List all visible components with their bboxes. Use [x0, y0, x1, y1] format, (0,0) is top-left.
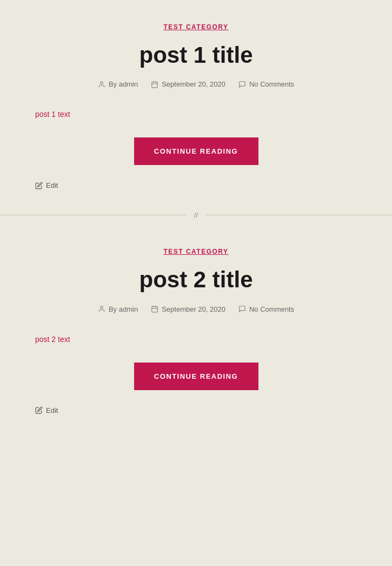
comment-icon	[238, 81, 246, 88]
comment-icon-2	[238, 305, 246, 313]
post-1-date-text: September 20, 2020	[162, 80, 225, 88]
post-1-meta: By admin September 20, 2020 No Comments	[35, 80, 357, 88]
page-container: TEST CATEGORY post 1 title By admin Sept…	[0, 0, 392, 431]
post-1-author-text: By admin	[109, 80, 138, 88]
post-1-date: September 20, 2020	[151, 80, 225, 88]
svg-rect-6	[152, 306, 158, 312]
post-1-continue-button[interactable]: CONTINUE READING	[134, 137, 258, 165]
post-1-category[interactable]: TEST CATEGORY	[35, 22, 357, 31]
post-2-comments: No Comments	[238, 305, 294, 313]
edit-icon-2	[35, 406, 43, 414]
post-2-comments-text: No Comments	[249, 305, 294, 313]
post-1-category-link[interactable]: TEST CATEGORY	[163, 23, 228, 31]
svg-point-5	[101, 306, 103, 309]
post-2-title: post 2 title	[35, 267, 357, 293]
person-icon-2	[98, 305, 105, 313]
post-2-continue-button[interactable]: CONTINUE READING	[134, 363, 258, 390]
post-1-title: post 1 title	[35, 42, 357, 68]
post-1-author: By admin	[98, 80, 138, 88]
post-2-category[interactable]: TEST CATEGORY	[35, 246, 357, 256]
post-1-edit[interactable]: Edit	[35, 181, 357, 189]
post-2-edit-label: Edit	[46, 406, 58, 414]
post-2-date-text: September 20, 2020	[162, 305, 225, 313]
post-article-1: TEST CATEGORY post 1 title By admin Sept…	[0, 0, 392, 206]
post-2-category-link[interactable]: TEST CATEGORY	[163, 248, 228, 255]
post-2-author-text: By admin	[109, 305, 138, 313]
edit-icon	[35, 182, 43, 189]
post-2-edit[interactable]: Edit	[35, 406, 357, 414]
post-1-comments-text: No Comments	[249, 80, 294, 88]
post-2-excerpt: post 2 text	[35, 335, 357, 344]
calendar-icon-2	[151, 305, 158, 313]
post-1-excerpt: post 1 text	[35, 110, 357, 119]
post-2-date: September 20, 2020	[151, 305, 225, 313]
divider-line-right	[205, 215, 392, 215]
post-1-comments: No Comments	[238, 80, 294, 88]
divider-line-left	[0, 215, 187, 215]
person-icon	[98, 81, 105, 88]
calendar-icon	[151, 81, 158, 88]
divider-text: //	[187, 211, 205, 219]
svg-point-0	[101, 82, 103, 84]
svg-rect-1	[152, 82, 158, 88]
post-2-author: By admin	[98, 305, 138, 313]
post-article-2: TEST CATEGORY post 2 title By admin Sept…	[0, 225, 392, 430]
post-divider: //	[0, 211, 392, 219]
post-2-meta: By admin September 20, 2020 No Comments	[35, 305, 357, 313]
post-1-edit-label: Edit	[46, 181, 58, 189]
